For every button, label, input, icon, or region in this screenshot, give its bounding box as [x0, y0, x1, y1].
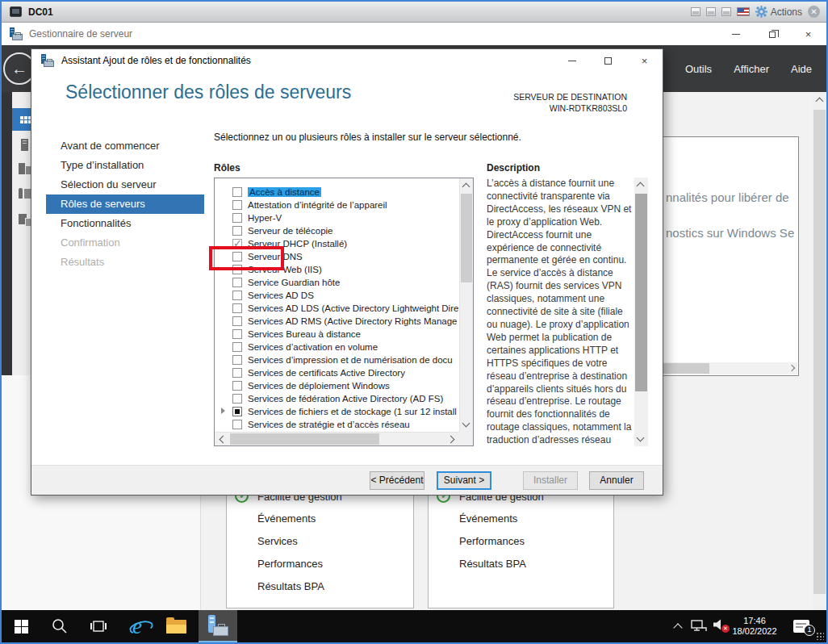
task-view-icon — [90, 617, 107, 635]
nav-server-roles[interactable]: Rôles de serveurs — [46, 194, 204, 214]
dashboard-icon — [20, 116, 31, 123]
tile-item-events[interactable]: Événements — [257, 512, 316, 525]
network-tray-icon[interactable] — [689, 610, 709, 642]
wizard-close-button[interactable]: × — [626, 50, 663, 71]
role-item[interactable]: Services de fédération Active Directory … — [222, 392, 459, 405]
install-button: Installer — [523, 471, 578, 490]
role-item[interactable]: Attestation d’intégrité de l’appareil — [222, 199, 459, 211]
next-button[interactable]: Suivant > — [437, 471, 491, 490]
role-item[interactable]: Services AD RMS (Active Directory Rights… — [222, 315, 459, 328]
menu-view[interactable]: Afficher — [734, 63, 769, 75]
vm-monitor-icon — [10, 6, 22, 17]
scrollbar-thumb[interactable] — [813, 110, 826, 594]
keyboard-layout-flag-icon[interactable] — [737, 7, 750, 16]
checkbox[interactable] — [232, 420, 242, 429]
tile-item-services[interactable]: Services — [257, 535, 298, 547]
file-explorer-button[interactable] — [157, 610, 195, 642]
scroll-right-arrow[interactable] — [788, 365, 795, 371]
checkbox[interactable] — [232, 213, 242, 223]
list-vertical-scrollbar[interactable] — [459, 178, 473, 432]
task-view-button[interactable] — [79, 610, 118, 642]
role-item[interactable]: Serveur de télécopie — [222, 224, 459, 237]
nav-server-selection[interactable]: Sélection du serveur — [46, 175, 204, 194]
description-panel: L’accès à distance fournit une connectiv… — [487, 178, 648, 446]
nav-installation-type[interactable]: Type d’installation — [46, 156, 204, 175]
tile-item-performance[interactable]: Performances — [257, 558, 323, 570]
checkbox[interactable] — [232, 394, 242, 404]
scrollbar-thumb[interactable] — [461, 194, 472, 282]
role-item[interactable]: Services d’activation en volume — [222, 341, 459, 353]
checkbox[interactable] — [232, 278, 242, 287]
tile-item-events[interactable]: Événements — [459, 512, 517, 525]
scroll-up-arrow[interactable] — [816, 98, 824, 106]
server-manager-taskbar-button[interactable] — [199, 610, 237, 642]
minimize-button[interactable] — [717, 23, 754, 45]
role-item[interactable]: Accès à distance — [222, 186, 459, 199]
checkbox[interactable] — [232, 368, 242, 378]
clock[interactable]: 17:46 18/02/2022 — [725, 610, 784, 642]
nav-features[interactable]: Fonctionnalités — [46, 214, 204, 233]
main-vertical-scrollbar[interactable] — [813, 92, 826, 613]
server-manager-title-bar: Gestionnaire de serveur × — [2, 23, 826, 45]
scroll-left-arrow[interactable] — [220, 436, 228, 444]
start-button[interactable] — [2, 610, 40, 642]
role-item[interactable]: Services de déploiement Windows — [222, 379, 459, 392]
vm-window-button-2[interactable] — [706, 7, 716, 16]
tile-item-bpa-results[interactable]: Résultats BPA — [459, 558, 526, 570]
role-item[interactable]: Services Bureau à distance — [222, 328, 459, 341]
role-item[interactable]: Services d’impression et de numérisation… — [222, 353, 459, 366]
role-item[interactable]: Services AD LDS (Active Directory Lightw… — [222, 302, 459, 315]
scroll-up-arrow[interactable] — [462, 183, 470, 191]
internet-explorer-button[interactable]: e — [118, 610, 157, 642]
scroll-up-arrow[interactable] — [637, 182, 645, 190]
role-item[interactable]: Hyper-V — [222, 211, 459, 224]
checkbox[interactable] — [232, 329, 242, 339]
scrollbar-thumb[interactable] — [230, 433, 379, 445]
vm-actions-menu[interactable]: Actions — [755, 6, 802, 18]
checkbox-partial[interactable] — [232, 407, 242, 416]
role-item[interactable]: Services de stratégie et d’accès réseau — [222, 418, 459, 431]
checkbox[interactable] — [232, 200, 242, 210]
role-item[interactable]: Service Guardian hôte — [222, 276, 459, 289]
checkbox[interactable] — [232, 187, 242, 197]
tile-item-bpa-results[interactable]: Résultats BPA — [257, 580, 324, 592]
checkbox[interactable] — [232, 342, 242, 352]
resize-grip — [816, 632, 824, 640]
vm-window-button-1[interactable] — [691, 7, 700, 16]
role-item[interactable]: Services AD DS — [222, 289, 459, 302]
server-manager-icon — [9, 27, 23, 40]
checkbox[interactable] — [232, 303, 242, 313]
scroll-down-arrow[interactable] — [462, 420, 470, 428]
vm-close-button[interactable]: ✕ — [808, 6, 820, 18]
expand-arrow-icon[interactable] — [221, 408, 225, 414]
nav-before-you-begin[interactable]: Avant de commencer — [46, 136, 204, 156]
wizard-maximize-button[interactable] — [590, 50, 626, 71]
list-horizontal-scrollbar[interactable] — [215, 432, 459, 445]
restore-button[interactable] — [754, 23, 790, 45]
scrollbar-thumb[interactable] — [635, 194, 647, 391]
wizard-minimize-button[interactable] — [554, 50, 590, 71]
server-icon — [21, 139, 28, 151]
scroll-down-arrow[interactable] — [637, 434, 645, 442]
previous-button[interactable]: < Précédent — [370, 471, 424, 490]
search-button[interactable] — [40, 610, 79, 642]
menu-tools[interactable]: Outils — [685, 63, 712, 75]
tile-item-performance[interactable]: Performances — [459, 535, 525, 547]
close-button[interactable]: × — [790, 23, 826, 45]
checkbox[interactable] — [232, 381, 242, 391]
notification-center-button[interactable]: 1 — [789, 610, 813, 642]
roles-list-label: Rôles — [214, 162, 240, 174]
scroll-right-arrow[interactable] — [447, 436, 455, 444]
checkbox[interactable] — [232, 316, 242, 326]
description-scrollbar[interactable] — [634, 178, 648, 446]
checkbox[interactable] — [232, 226, 242, 236]
checkbox[interactable] — [232, 355, 242, 365]
vm-window-button-3[interactable] — [721, 7, 731, 16]
menu-help[interactable]: Aide — [791, 63, 812, 75]
role-item[interactable]: Services de certificats Active Directory — [222, 366, 459, 379]
role-item-file-storage[interactable]: Services de fichiers et de stockage (1 s… — [222, 405, 459, 418]
tray-expand-button[interactable] — [670, 610, 686, 642]
cancel-button[interactable]: Annuler — [589, 471, 644, 490]
checkbox[interactable] — [232, 291, 242, 300]
nav-confirmation: Confirmation — [46, 233, 204, 253]
